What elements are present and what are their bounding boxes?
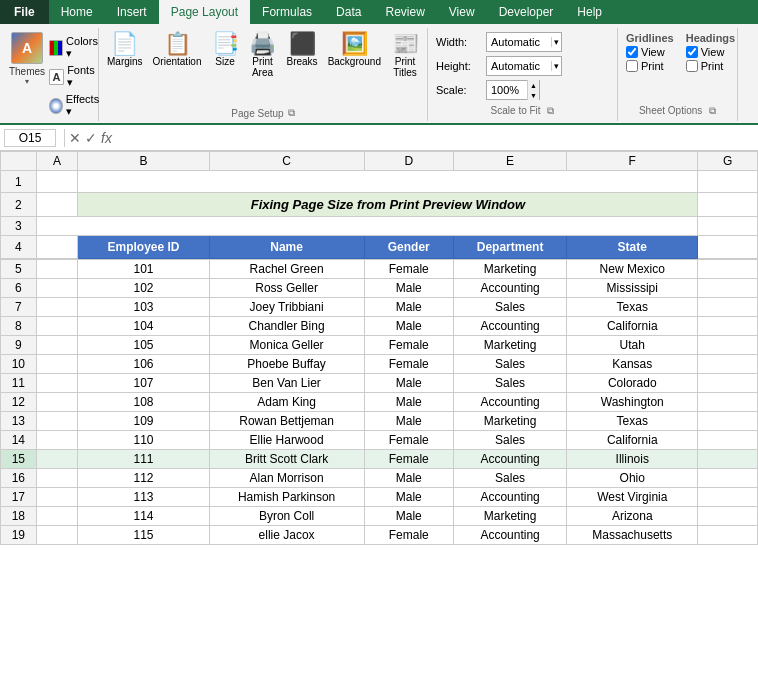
cell-gender[interactable]: Male <box>364 412 453 431</box>
cell-dept[interactable]: Marketing <box>453 412 566 431</box>
cell-id[interactable]: 107 <box>78 374 209 393</box>
cell-dept[interactable]: Accounting <box>453 393 566 412</box>
cell-gender[interactable]: Male <box>364 393 453 412</box>
col-header-a[interactable]: A <box>36 152 78 171</box>
cell-name[interactable]: Adam King <box>209 393 364 412</box>
cell-a4[interactable] <box>36 236 78 259</box>
header-gender[interactable]: Gender <box>364 236 453 259</box>
cell-gender[interactable]: Male <box>364 507 453 526</box>
cell-a[interactable] <box>36 393 78 412</box>
cell-a[interactable] <box>36 488 78 507</box>
col-header-e[interactable]: E <box>453 152 566 171</box>
cell-g[interactable] <box>698 260 758 279</box>
confirm-icon[interactable]: ✓ <box>85 130 97 146</box>
cell-state[interactable]: Texas <box>567 412 698 431</box>
effects-button[interactable]: Effects ▾ <box>46 92 104 119</box>
tab-file[interactable]: File <box>0 0 49 24</box>
tab-data[interactable]: Data <box>324 0 373 24</box>
cell-a[interactable] <box>36 260 78 279</box>
cell-name[interactable]: Britt Scott Clark <box>209 450 364 469</box>
cell-id[interactable]: 105 <box>78 336 209 355</box>
title-cell[interactable]: Fixing Page Size from Print Preview Wind… <box>78 193 698 217</box>
cancel-icon[interactable]: ✕ <box>69 130 81 146</box>
cell-gender[interactable]: Male <box>364 374 453 393</box>
cell-a[interactable] <box>36 279 78 298</box>
tab-view[interactable]: View <box>437 0 487 24</box>
width-dropdown[interactable]: Automatic ▾ <box>486 32 562 52</box>
cell-state[interactable]: California <box>567 317 698 336</box>
cell-a[interactable] <box>36 526 78 545</box>
size-button[interactable]: 📑 Size <box>208 30 243 69</box>
cell-state[interactable]: West Virginia <box>567 488 698 507</box>
cell-gender[interactable]: Male <box>364 317 453 336</box>
cell-g[interactable] <box>698 393 758 412</box>
function-icon[interactable]: fx <box>101 130 112 146</box>
cell-state[interactable]: Colorado <box>567 374 698 393</box>
header-state[interactable]: State <box>567 236 698 259</box>
cell-state[interactable]: Massachusetts <box>567 526 698 545</box>
cell-g[interactable] <box>698 336 758 355</box>
cell-gender[interactable]: Female <box>364 260 453 279</box>
tab-insert[interactable]: Insert <box>105 0 159 24</box>
cell-gender[interactable]: Female <box>364 450 453 469</box>
cell-dept[interactable]: Sales <box>453 355 566 374</box>
cell-g1[interactable] <box>698 171 758 193</box>
cell-state[interactable]: California <box>567 431 698 450</box>
tab-home[interactable]: Home <box>49 0 105 24</box>
cell-name[interactable]: Rowan Bettjeman <box>209 412 364 431</box>
cell-a[interactable] <box>36 355 78 374</box>
headings-view-checkbox[interactable] <box>686 46 698 58</box>
cell-dept[interactable]: Sales <box>453 374 566 393</box>
cell-a[interactable] <box>36 317 78 336</box>
cell-ref-input[interactable] <box>4 129 56 147</box>
cell-gender[interactable]: Female <box>364 431 453 450</box>
cell-id[interactable]: 102 <box>78 279 209 298</box>
background-button[interactable]: 🖼️ Background <box>324 30 385 69</box>
cell-id[interactable]: 108 <box>78 393 209 412</box>
cell-id[interactable]: 113 <box>78 488 209 507</box>
cell-name[interactable]: Chandler Bing <box>209 317 364 336</box>
cell-dept[interactable]: Marketing <box>453 507 566 526</box>
scale-spinners[interactable]: ▲ ▼ <box>527 80 539 100</box>
cell-name[interactable]: Phoebe Buffay <box>209 355 364 374</box>
cell-g[interactable] <box>698 374 758 393</box>
col-header-b[interactable]: B <box>78 152 209 171</box>
cell-state[interactable]: Arizona <box>567 507 698 526</box>
cell-dept[interactable]: Sales <box>453 431 566 450</box>
cell-gender[interactable]: Female <box>364 355 453 374</box>
col-header-c[interactable]: C <box>209 152 364 171</box>
cell-a2[interactable] <box>36 193 78 217</box>
headings-print-checkbox[interactable] <box>686 60 698 72</box>
cell-state[interactable]: New Mexico <box>567 260 698 279</box>
cell-g[interactable] <box>698 488 758 507</box>
cell-id[interactable]: 115 <box>78 526 209 545</box>
cell-g4[interactable] <box>698 236 758 259</box>
cell-name[interactable]: ellie Jacox <box>209 526 364 545</box>
cell-state[interactable]: Texas <box>567 298 698 317</box>
cell-g[interactable] <box>698 431 758 450</box>
cell-g2[interactable] <box>698 193 758 217</box>
cell-dept[interactable]: Marketing <box>453 260 566 279</box>
cell-name[interactable]: Monica Geller <box>209 336 364 355</box>
height-dropdown[interactable]: Automatic ▾ <box>486 56 562 76</box>
cell-id[interactable]: 111 <box>78 450 209 469</box>
cell-id[interactable]: 110 <box>78 431 209 450</box>
cell-id[interactable]: 104 <box>78 317 209 336</box>
cell-state[interactable]: Ohio <box>567 469 698 488</box>
tab-formulas[interactable]: Formulas <box>250 0 324 24</box>
scale-input-group[interactable]: 100% ▲ ▼ <box>486 80 540 100</box>
cell-dept[interactable]: Accounting <box>453 526 566 545</box>
tab-developer[interactable]: Developer <box>487 0 566 24</box>
cell-dept[interactable]: Accounting <box>453 317 566 336</box>
margins-button[interactable]: 📄 Margins <box>103 30 147 69</box>
cell-dept[interactable]: Sales <box>453 298 566 317</box>
cell-gender[interactable]: Male <box>364 469 453 488</box>
breaks-button[interactable]: ⬛ Breaks <box>283 30 322 69</box>
cell-id[interactable]: 103 <box>78 298 209 317</box>
tab-review[interactable]: Review <box>373 0 436 24</box>
cell-gender[interactable]: Female <box>364 336 453 355</box>
cell-state[interactable]: Washington <box>567 393 698 412</box>
cell-state[interactable]: Kansas <box>567 355 698 374</box>
tab-page-layout[interactable]: Page Layout <box>159 0 250 24</box>
cell-dept[interactable]: Accounting <box>453 450 566 469</box>
